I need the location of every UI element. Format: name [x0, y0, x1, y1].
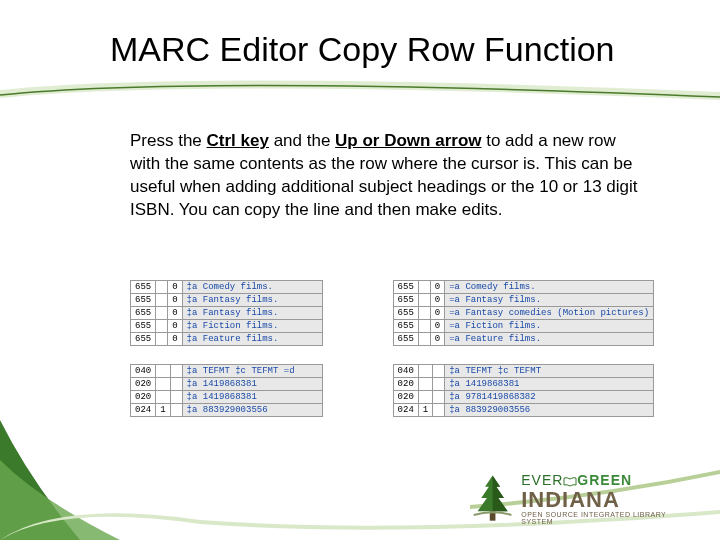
table-row: 6550‡a Fantasy films. [131, 294, 323, 307]
arrow-key-label: Up or Down arrow [335, 131, 481, 150]
marc-examples: 6550‡a Comedy films.6550‡a Fantasy films… [130, 280, 654, 417]
table-row: 020‡a 9781419868382 [393, 391, 653, 404]
logo-tagline: OPEN SOURCE INTEGRATED LIBRARY SYSTEM [521, 511, 690, 525]
table-row: 040‡a TEFMT ‡c TEFMT [393, 365, 653, 378]
logo-ever: EVER [521, 472, 563, 488]
table-02x-before: 040‡a TEFMT ‡c TEFMT =d020‡a 14198683810… [130, 364, 323, 417]
table-row: 6550=a Comedy films. [393, 281, 653, 294]
tree-icon [470, 472, 515, 526]
table-row: 020‡a 1419868381 [131, 391, 323, 404]
table-row: 0241‡a 883929003556 [393, 404, 653, 417]
logo-indiana: INDIANA [521, 489, 690, 511]
table-row: 6550=a Fiction films. [393, 320, 653, 333]
slide-title: MARC Editor Copy Row Function [110, 30, 680, 69]
evergreen-indiana-logo: EVERGREEN INDIANA OPEN SOURCE INTEGRATED… [470, 470, 690, 528]
table-row: 6550‡a Comedy films. [131, 281, 323, 294]
table-row: 020‡a 1419868381 [131, 378, 323, 391]
background-swoosh [0, 0, 720, 540]
table-655-before: 6550‡a Comedy films.6550‡a Fantasy films… [130, 280, 323, 346]
table-row: 6550‡a Fiction films. [131, 320, 323, 333]
table-row: 6550=a Fantasy comedies (Motion pictures… [393, 307, 653, 320]
table-02x-after: 040‡a TEFMT ‡c TEFMT020‡a 1419868381020‡… [393, 364, 654, 417]
table-row: 0241‡a 883929003556 [131, 404, 323, 417]
table-row: 6550‡a Feature films. [131, 333, 323, 346]
table-row: 020‡a 1419868381 [393, 378, 653, 391]
ctrl-key-label: Ctrl key [207, 131, 269, 150]
table-row: 6550‡a Fantasy films. [131, 307, 323, 320]
table-row: 6550=a Feature films. [393, 333, 653, 346]
slide-body: Press the Ctrl key and the Up or Down ar… [130, 130, 640, 222]
logo-green: GREEN [577, 472, 632, 488]
table-row: 040‡a TEFMT ‡c TEFMT =d [131, 365, 323, 378]
table-655-after: 6550=a Comedy films.6550=a Fantasy films… [393, 280, 654, 346]
table-row: 6550=a Fantasy films. [393, 294, 653, 307]
